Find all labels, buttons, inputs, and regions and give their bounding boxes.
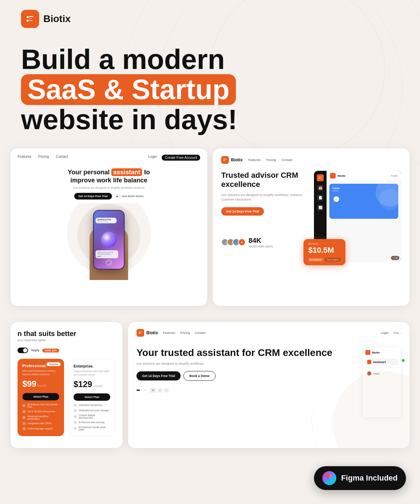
card-personal-assistant: Features Pricing Contact Login Create Fr… bbox=[10, 148, 207, 306]
svg-rect-15 bbox=[140, 332, 142, 332]
card2-heading: Trusted advisor CRM excellence bbox=[221, 171, 308, 189]
card4-pricing: Pricing bbox=[180, 331, 190, 335]
svg-point-1 bbox=[27, 17, 28, 18]
svg-rect-13 bbox=[320, 178, 321, 178]
svg-point-8 bbox=[224, 160, 225, 161]
card3-subtitle: your business better bbox=[18, 338, 115, 342]
card1-how-button[interactable]: ▶ How Biotix Works bbox=[115, 193, 144, 199]
logo-text: Biotix bbox=[43, 13, 71, 24]
plan-professional-desc: Mid-sized businesses needing tailored ch… bbox=[22, 369, 59, 376]
revenue-label: Revenue bbox=[308, 243, 341, 245]
card1-subtext: Our solutions are designed to simplify w… bbox=[24, 186, 193, 189]
card2-subtext: Our solutions are designed to simplify w… bbox=[221, 193, 308, 202]
card1-nav-pricing: Pricing bbox=[38, 155, 49, 161]
card2-contact: Contact bbox=[281, 158, 292, 162]
card-pricing: n that suits better your business better… bbox=[10, 322, 122, 448]
svg-rect-18 bbox=[327, 475, 329, 477]
card4-subtext: Our solutions are designed to simplify w… bbox=[136, 362, 356, 365]
toggle-yearly: Yearly bbox=[31, 349, 40, 352]
svg-rect-7 bbox=[225, 159, 227, 159]
svg-point-4 bbox=[27, 20, 29, 22]
svg-rect-20 bbox=[327, 477, 329, 480]
card-crm: Biotix Features Pricing Contact Trusted … bbox=[213, 148, 410, 306]
figma-icon bbox=[322, 471, 336, 485]
svg-rect-3 bbox=[29, 18, 32, 19]
plan-enterprise: Enterprise. Large enterprises with high … bbox=[68, 359, 115, 436]
figma-badge[interactable]: Figma Included bbox=[314, 466, 406, 490]
card1-heading-highlight: assistant bbox=[111, 168, 142, 176]
card4-cta-button[interactable]: Get 14 Days Free Trial bbox=[136, 371, 181, 380]
svg-point-12 bbox=[319, 178, 320, 179]
svg-rect-19 bbox=[329, 475, 332, 477]
data-insights-tag: Data Insights bbox=[325, 258, 341, 261]
svg-point-6 bbox=[224, 159, 225, 160]
figma-badge-text: Figma Included bbox=[341, 474, 398, 483]
svg-rect-9 bbox=[225, 160, 226, 161]
card3-title-partial: n that suits better bbox=[18, 330, 115, 338]
card2-features: Features bbox=[248, 158, 261, 162]
card4-logo-icon bbox=[136, 329, 144, 337]
card2-logo-icon bbox=[221, 156, 229, 164]
card1-cta-button[interactable]: Get 14 Days Free Trial bbox=[74, 193, 112, 200]
card2-cta-button[interactable]: Get 14 Days Free Trial bbox=[221, 207, 264, 216]
card4-features: Features bbox=[163, 331, 175, 335]
card4-logo-text: Biotix bbox=[146, 330, 158, 335]
plan-enterprise-period: /month bbox=[93, 384, 103, 388]
card1-nav-contact: Contact bbox=[56, 155, 68, 161]
dash-menu-dashboard: Dashboard bbox=[373, 361, 386, 363]
card1-nav-features: Features bbox=[18, 155, 31, 161]
svg-rect-21 bbox=[327, 480, 329, 482]
popular-badge: Popular bbox=[47, 362, 61, 366]
card1-login[interactable]: Login bbox=[148, 155, 157, 161]
users-count-label: World wide-users. bbox=[248, 245, 274, 248]
card4-demo-button[interactable]: Book a Demo bbox=[183, 371, 216, 381]
save-badge: SAVE 20% bbox=[42, 349, 59, 352]
plan-enterprise-name: Enterprise. bbox=[74, 364, 110, 368]
ai-tag: Ai Summerz bbox=[308, 258, 323, 261]
card1-heading-start: Your personal bbox=[68, 169, 112, 176]
card2-pricing: Pricing bbox=[266, 158, 276, 162]
card2-logo-text: Biotix bbox=[231, 158, 243, 162]
hero-title-end: website in days! bbox=[21, 104, 237, 135]
card4-create[interactable]: Cre... bbox=[393, 331, 401, 335]
card4-login[interactable]: Login bbox=[381, 331, 388, 335]
svg-rect-5 bbox=[29, 20, 33, 21]
plan-professional: Popular Professional. Mid-sized business… bbox=[18, 359, 64, 436]
svg-rect-17 bbox=[140, 333, 141, 334]
card-trusted-assistant: Biotix Features Pricing Contact Login Cr… bbox=[128, 322, 410, 448]
toggle-switch[interactable] bbox=[18, 348, 28, 353]
plan-professional-period: /month bbox=[37, 384, 47, 387]
play-icon: ▶ bbox=[115, 193, 120, 199]
plan-professional-btn[interactable]: Select Plan bbox=[22, 393, 59, 400]
plan-professional-price: $99 bbox=[22, 379, 36, 389]
header: Biotix bbox=[0, 0, 420, 38]
svg-point-16 bbox=[139, 333, 140, 334]
plan-enterprise-price: $129 bbox=[74, 379, 92, 389]
hero-title-start: Build a modern bbox=[21, 44, 225, 75]
card4-contact: Contact bbox=[195, 331, 205, 335]
card4-heading: Your trusted assistant for CRM excellenc… bbox=[136, 347, 356, 358]
svg-point-14 bbox=[139, 332, 140, 333]
logo-icon[interactable] bbox=[21, 10, 39, 28]
bottom-dash-name: Biotix bbox=[372, 351, 380, 354]
plan-enterprise-btn[interactable]: Select Plan bbox=[74, 393, 110, 401]
hero-highlight: SaaS & Startup bbox=[21, 74, 236, 105]
svg-point-10 bbox=[319, 177, 320, 177]
svg-rect-2 bbox=[29, 16, 33, 17]
svg-rect-11 bbox=[320, 177, 322, 177]
camera-name: Came bbox=[332, 187, 340, 190]
users-count-number: 84K bbox=[248, 237, 274, 245]
card1-how-label: How Biotix Works bbox=[122, 195, 144, 198]
card1-create-account[interactable]: Create Free Account bbox=[162, 155, 200, 161]
revenue-value: $10.5M bbox=[308, 246, 341, 255]
plan-enterprise-desc: Large enterprises with high traffic and … bbox=[74, 370, 110, 377]
svg-point-22 bbox=[329, 477, 332, 480]
